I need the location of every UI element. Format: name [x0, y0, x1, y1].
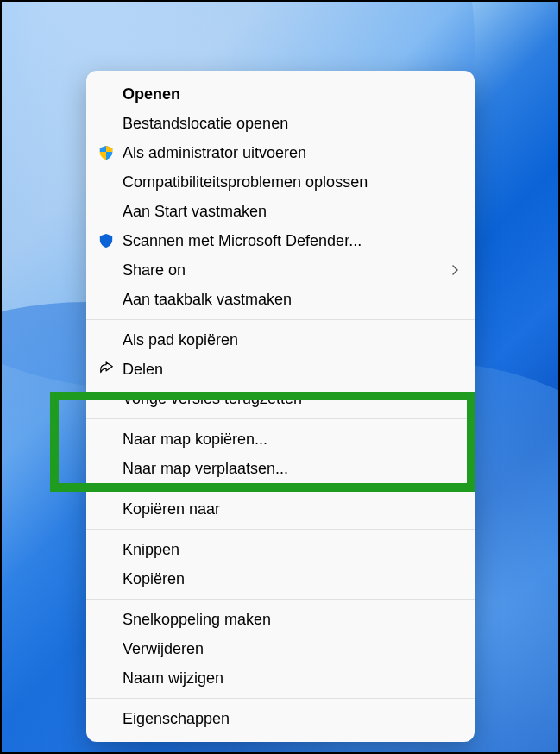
menu-item-label: Als pad kopiëren: [123, 331, 459, 349]
menu-item-label: Knippen: [123, 541, 459, 559]
menu-item-label: Aan Start vastmaken: [123, 203, 459, 221]
menu-group: Kopiëren naar: [86, 488, 475, 529]
menu-item-label: Naam wijzigen: [123, 669, 459, 688]
icon-empty: [98, 638, 123, 659]
icon-empty: [98, 201, 123, 222]
menu-item-copy-to[interactable]: Kopiëren naar: [86, 494, 475, 524]
menu-item-open[interactable]: Openen: [86, 79, 475, 109]
menu-group: Openen Bestandslocatie openen Als admini…: [86, 79, 475, 319]
context-menu: Openen Bestandslocatie openen Als admini…: [86, 71, 475, 742]
menu-item-label: Aan taakbalk vastmaken: [123, 291, 459, 309]
menu-item-label: Kopiëren naar: [123, 500, 459, 518]
icon-empty: [98, 172, 123, 192]
menu-item-properties[interactable]: Eigenschappen: [86, 704, 475, 733]
menu-item-scan-defender[interactable]: Scannen met Microsoft Defender...: [86, 226, 475, 255]
chevron-right-icon: [450, 261, 459, 280]
icon-empty: [98, 668, 123, 688]
menu-item-copy[interactable]: Kopiëren: [86, 564, 475, 594]
menu-item-open-file-location[interactable]: Bestandslocatie openen: [86, 109, 475, 138]
icon-empty: [98, 458, 123, 479]
menu-item-label: Naar map verplaatsen...: [123, 460, 459, 478]
defender-shield-icon: [98, 230, 123, 251]
menu-item-label: Bestandslocatie openen: [123, 115, 459, 133]
menu-item-label: Compatibiliteitsproblemen oplossen: [123, 173, 459, 192]
menu-item-label: Naar map kopiëren...: [123, 430, 459, 449]
icon-empty: [98, 330, 123, 350]
icon-empty: [98, 499, 123, 519]
menu-item-run-as-admin[interactable]: Als administrator uitvoeren: [86, 138, 475, 167]
menu-item-move-to-folder[interactable]: Naar map verplaatsen...: [86, 454, 475, 483]
menu-item-share[interactable]: Delen: [86, 355, 475, 384]
icon-empty: [98, 609, 123, 630]
menu-item-pin-to-start[interactable]: Aan Start vastmaken: [86, 197, 475, 226]
icon-empty: [98, 84, 123, 104]
icon-empty: [98, 388, 123, 409]
menu-item-share-on[interactable]: Share on: [86, 255, 475, 285]
icon-empty: [98, 539, 123, 560]
menu-item-label: Verwijderen: [123, 640, 459, 658]
menu-group: Knippen Kopiëren: [86, 529, 475, 599]
menu-item-label: Als administrator uitvoeren: [123, 144, 459, 162]
menu-group: Naar map kopiëren... Naar map verplaatse…: [86, 418, 475, 488]
share-icon: [98, 359, 123, 380]
admin-shield-icon: [98, 142, 123, 163]
menu-item-label: Scannen met Microsoft Defender...: [123, 232, 459, 250]
icon-empty: [98, 113, 123, 134]
menu-item-label: Delen: [123, 361, 459, 379]
menu-item-copy-as-path[interactable]: Als pad kopiëren: [86, 325, 475, 355]
icon-empty: [98, 260, 123, 280]
menu-item-previous-versions[interactable]: Vorige versies terugzetten: [86, 384, 475, 413]
menu-item-label: Kopiëren: [123, 570, 459, 588]
menu-item-delete[interactable]: Verwijderen: [86, 634, 475, 663]
icon-empty: [98, 289, 123, 310]
icon-empty: [98, 429, 123, 449]
menu-item-cut[interactable]: Knippen: [86, 535, 475, 564]
menu-group: Eigenschappen: [86, 698, 475, 733]
menu-item-label: Vorige versies terugzetten: [123, 390, 459, 408]
menu-item-copy-to-folder[interactable]: Naar map kopiëren...: [86, 424, 475, 454]
menu-item-troubleshoot-compat[interactable]: Compatibiliteitsproblemen oplossen: [86, 167, 475, 197]
menu-item-create-shortcut[interactable]: Snelkoppeling maken: [86, 605, 475, 634]
menu-item-label: Snelkoppeling maken: [123, 611, 459, 629]
menu-item-label: Eigenschappen: [123, 710, 459, 728]
icon-empty: [98, 569, 123, 589]
menu-item-label: Share on: [123, 261, 450, 280]
menu-group: Als pad kopiëren Delen Vorige versies te…: [86, 319, 475, 418]
menu-item-rename[interactable]: Naam wijzigen: [86, 663, 475, 693]
menu-group: Snelkoppeling maken Verwijderen Naam wij…: [86, 599, 475, 698]
icon-empty: [98, 708, 123, 729]
menu-item-pin-to-taskbar[interactable]: Aan taakbalk vastmaken: [86, 285, 475, 314]
menu-item-label: Openen: [123, 85, 459, 104]
